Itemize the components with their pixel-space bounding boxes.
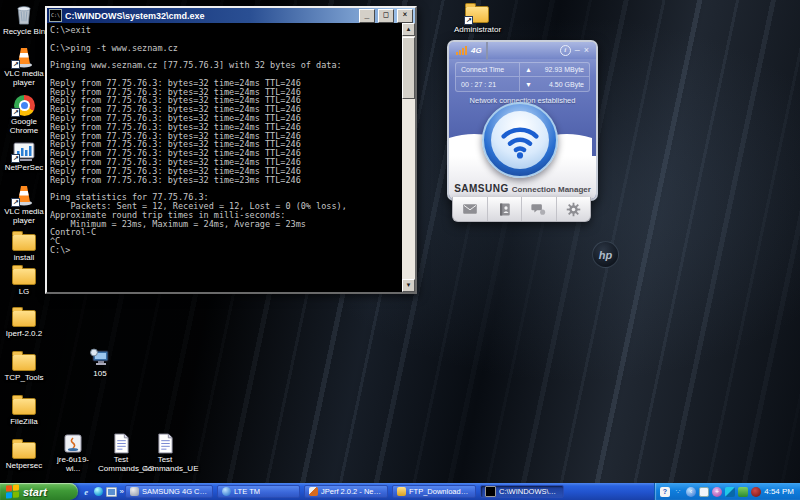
downloaded-value: 4.50 GByte — [549, 81, 584, 88]
icon-label: 105 — [93, 369, 106, 378]
shortcut-arrow-icon: ↗ — [11, 108, 20, 117]
desktop-icon-recycle-bin[interactable]: Recycle Bin — [1, 2, 47, 36]
taskbar-task-ftp-download[interactable]: FTP_Download_2.5G... — [392, 485, 476, 498]
desktop-icon-install[interactable]: install — [1, 228, 47, 262]
desktop-icon-105[interactable]: 105 — [78, 344, 122, 378]
desktop-icon-administrator[interactable]: ↗ Administrator — [450, 0, 504, 34]
task-label: FTP_Download_2.5G... — [409, 487, 471, 496]
internet-explorer-icon[interactable]: e — [82, 486, 91, 497]
task-label: LTE TM — [234, 487, 260, 496]
folder-icon — [12, 262, 36, 286]
brand-text: SAMSUNG — [454, 183, 509, 194]
info-icon[interactable]: i — [560, 45, 571, 56]
taskbar: start e » SAMSUNG 4G Connec... LTE TM JP… — [0, 483, 800, 500]
scrollbar[interactable]: ▲ ▼ — [402, 23, 415, 292]
samsung-connection-manager-window: 4G i – × Connect Time ▲92.93 MByte 00 : … — [447, 40, 598, 201]
phonebook-button[interactable] — [488, 197, 523, 221]
folder-icon — [12, 392, 36, 416]
icon-label: Recycle Bin — [3, 27, 45, 36]
minimize-icon[interactable]: – — [575, 46, 580, 55]
icon-label: VLC media player — [1, 207, 47, 225]
desktop-icon-jre-installer[interactable]: jre-6u19-wi... — [48, 430, 98, 473]
uploaded-value: 92.93 MByte — [545, 66, 584, 73]
connect-time-value: 00 : 27 : 21 — [456, 77, 520, 91]
widget-title-bar[interactable]: 4G i – × — [449, 42, 596, 59]
usb-device-tray-icon[interactable]: ∵ — [673, 487, 683, 497]
scroll-down-arrow-icon[interactable]: ▼ — [402, 279, 415, 292]
text-document-icon — [109, 430, 133, 454]
icon-label: VLC media player — [1, 69, 47, 87]
quick-launch-bar: e » — [82, 483, 124, 500]
terminal-output[interactable]: C:\>exit C:\>ping -t www.seznam.cz Pingi… — [50, 26, 399, 292]
desktop-icon-netpersec[interactable]: ↗ NetPerSec — [1, 138, 47, 172]
network-monitor-tray-icon[interactable] — [738, 487, 748, 497]
icon-label: Netpersec — [6, 461, 42, 470]
shortcut-arrow-icon: ↗ — [464, 16, 473, 25]
desktop-icon-google-chrome[interactable]: ↗ Google Chrome — [1, 92, 47, 135]
taskbar-task-lte-tm[interactable]: LTE TM — [217, 485, 300, 498]
folder-icon — [12, 228, 36, 252]
taskbar-task-jperf[interactable]: JPerf 2.0.2 - Network... — [304, 485, 388, 498]
netpersec-tray-icon[interactable]: + — [712, 487, 722, 497]
remote-computer-icon — [88, 344, 112, 368]
folder-shortcut-icon: ↗ — [465, 0, 489, 24]
messages-button[interactable] — [522, 197, 557, 221]
desktop-icon-lg[interactable]: LG — [1, 262, 47, 296]
desktop-icon-netpersec-folder[interactable]: Netpersec — [1, 436, 47, 470]
text-document-icon — [153, 430, 177, 454]
terminal-area[interactable]: C:\>exit C:\>ping -t www.seznam.cz Pingi… — [47, 23, 415, 292]
scrollbar-thumb[interactable] — [402, 37, 415, 99]
recycle-bin-icon — [12, 2, 36, 26]
show-desktop-icon[interactable] — [106, 486, 117, 497]
phonebook-icon — [497, 202, 512, 217]
start-button[interactable]: start — [0, 483, 78, 500]
upload-arrow-icon: ▲ — [525, 66, 532, 73]
envelope-icon — [462, 201, 478, 217]
hide-icons-chevron-icon[interactable]: ‹ — [686, 487, 696, 497]
icon-label: Google Chrome — [1, 117, 47, 135]
vlc-cone-icon: ↗ — [12, 182, 36, 206]
close-icon[interactable]: × — [584, 46, 589, 55]
minimize-button[interactable]: _ — [359, 9, 375, 23]
icon-label: Test Commands_UE — [142, 455, 188, 473]
icon-label: FileZilla — [10, 417, 38, 426]
taskbar-task-cmd[interactable]: C:\WINDOWS\syste... — [480, 485, 564, 498]
quick-launch-chevron-icon[interactable]: » — [120, 487, 124, 496]
desktop-icon-test-commands-ue[interactable]: Test Commands_UE — [142, 430, 188, 473]
shortcut-arrow-icon: ↗ — [11, 60, 20, 69]
cmd-icon: C:\ — [49, 9, 62, 22]
cmd-title-bar[interactable]: C:\ C:\WINDOWS\system32\cmd.exe _ □ × — [47, 8, 415, 23]
task-label: C:\WINDOWS\syste... — [499, 487, 559, 496]
folder-icon — [12, 436, 36, 460]
desktop-icon-vlc-2[interactable]: ↗ VLC media player — [1, 182, 47, 225]
connection-status-tray-icon[interactable] — [699, 487, 709, 497]
close-button[interactable]: × — [397, 9, 413, 23]
lte-tm-task-icon — [222, 487, 231, 496]
desktop-icon-iperf[interactable]: Iperf-2.0.2 — [1, 304, 47, 338]
folder-icon — [12, 348, 36, 372]
scroll-up-arrow-icon[interactable]: ▲ — [402, 23, 415, 36]
help-tray-icon[interactable]: ? — [660, 487, 670, 497]
cmd-window: C:\ C:\WINDOWS\system32\cmd.exe _ □ × C:… — [45, 6, 417, 294]
pen-tablet-tray-icon[interactable] — [725, 487, 735, 497]
taskbar-task-samsung-cm[interactable]: SAMSUNG 4G Connec... — [125, 485, 213, 498]
desktop-icon-tcp-tools[interactable]: TCP_Tools — [1, 348, 47, 382]
messenger-orb-icon[interactable] — [94, 486, 103, 497]
icon-label: Administrator — [454, 25, 500, 34]
settings-button[interactable] — [557, 197, 591, 221]
desktop-icon-test-commands-as[interactable]: Test Commands_AS — [98, 430, 144, 473]
app-name-text: Connection Manager — [512, 185, 591, 194]
task-label: JPerf 2.0.2 - Network... — [321, 487, 383, 496]
icon-label: jre-6u19-wi... — [50, 455, 96, 473]
widget-toolbar — [452, 197, 591, 222]
desktop-icon-vlc[interactable]: ↗ VLC media player — [1, 44, 47, 87]
sms-button[interactable] — [453, 197, 488, 221]
connect-disconnect-button[interactable] — [482, 102, 558, 178]
shortcut-arrow-icon: ↗ — [11, 154, 20, 163]
taskbar-clock[interactable]: 4:54 PM — [764, 487, 800, 496]
cmd-task-icon — [485, 486, 496, 497]
desktop-icon-filezilla[interactable]: FileZilla — [1, 392, 47, 426]
brand-line: SAMSUNGConnection Manager — [449, 178, 596, 196]
security-alert-tray-icon[interactable] — [751, 487, 761, 497]
maximize-button[interactable]: □ — [378, 9, 394, 23]
